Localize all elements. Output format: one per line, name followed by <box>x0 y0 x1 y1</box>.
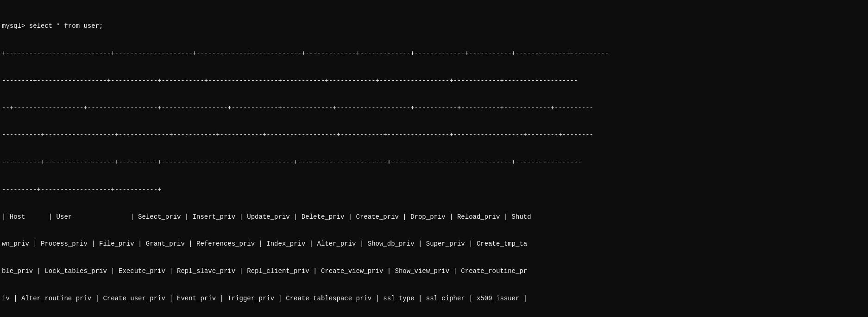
separator-2: --------+------------------+------------… <box>2 76 866 86</box>
separator-5: ----------+------------------+----------… <box>2 158 866 167</box>
terminal-output: mysql> select * from user; +------------… <box>2 4 866 317</box>
separator-3: --+------------------+------------------… <box>2 104 866 113</box>
separator-4: ----------+------------------+----------… <box>2 131 866 140</box>
header-row-2: wn_priv | Process_priv | File_priv | Gra… <box>2 240 866 249</box>
separator-1: +---------------------------+-----------… <box>2 49 866 58</box>
header-row-1: | Host | User | Select_priv | Insert_pri… <box>2 213 866 222</box>
command-line: mysql> select * from user; <box>2 22 866 31</box>
header-row-4: iv | Alter_routine_priv | Create_user_pr… <box>2 294 866 304</box>
separator-6: ---------+------------------+-----------… <box>2 185 866 195</box>
header-row-3: ble_priv | Lock_tables_priv | Execute_pr… <box>2 267 866 276</box>
